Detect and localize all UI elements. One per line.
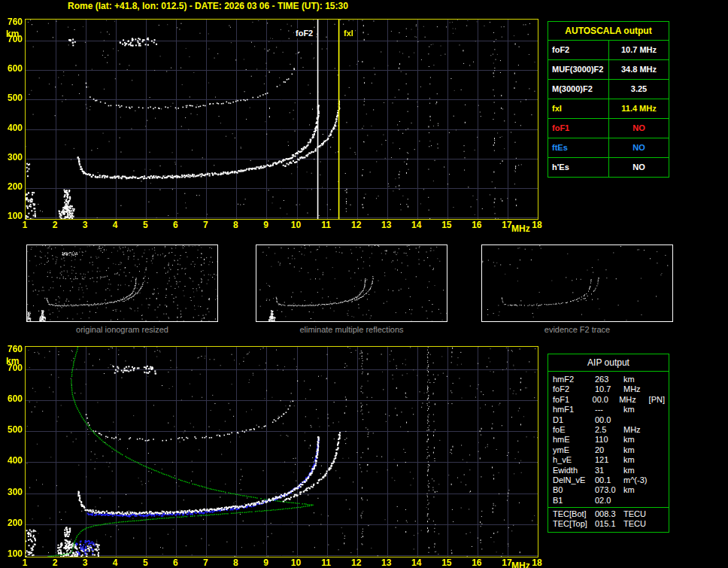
autoscala-param-label: ftEs <box>548 138 609 157</box>
y-tick-500-main: 500 <box>2 93 23 103</box>
aip-param-value: 110 <box>595 435 623 445</box>
autoscala-row-foF1: foF1NO <box>548 119 669 138</box>
autoscala-row-MUF(3000)F2: MUF(3000)F234.8 MHz <box>548 60 669 80</box>
autoscala-table-title: AUTOSCALA output <box>548 22 669 41</box>
y-tick-300-profile: 300 <box>2 488 23 497</box>
y-tick-700-main: 700 <box>2 35 23 44</box>
main-ionogram-canvas <box>26 20 538 219</box>
aip-row-B0: B0073.0km <box>553 485 665 495</box>
thumbnail-caption-original: original ionogram resized <box>26 325 218 334</box>
autoscala-param-value: 11.4 MHz <box>609 99 669 118</box>
autoscala-param-label: M(3000)F2 <box>548 80 609 99</box>
x-tick-7-main: 7 <box>197 220 214 230</box>
x-tick-5-main: 5 <box>137 220 153 230</box>
autoscala-param-value: NO <box>609 158 669 177</box>
aip-param-note: [PN] <box>649 395 665 405</box>
autoscala-param-label: MUF(3000)F2 <box>548 60 609 79</box>
aip-param-name: hmE <box>553 435 595 445</box>
x-tick-12-profile: 12 <box>348 558 365 568</box>
aip-param-unit: MHz <box>623 384 655 394</box>
aip-row-h_vE: h_vE121km <box>553 455 665 465</box>
autoscala-param-value: 3.25 <box>609 80 669 99</box>
aip-row-Ewidth: Ewidth31km <box>553 466 665 475</box>
aip-param-unit: km <box>623 445 655 455</box>
x-tick-11-profile: 11 <box>318 558 335 568</box>
x-tick-9-profile: 9 <box>257 558 274 568</box>
autoscala-rows: foF210.7 MHzMUF(3000)F234.8 MHzM(3000)F2… <box>548 41 669 177</box>
aip-param-name: foE <box>553 425 595 435</box>
fof2-marker-label: foF2 <box>294 29 314 38</box>
aip-param-name: TEC[Top] <box>553 519 595 529</box>
profile-ionogram-canvas <box>26 347 538 557</box>
autoscala-param-label: fxI <box>548 99 609 118</box>
aip-param-unit: km <box>623 485 655 495</box>
autoscala-param-value: NO <box>609 138 669 157</box>
aip-param-name: foF1 <box>553 395 593 405</box>
aip-param-name: foF2 <box>553 384 595 394</box>
aip-param-unit <box>623 496 655 506</box>
aip-row-TEC[Top]: TEC[Top]015.1TECU <box>553 519 665 529</box>
main-ionogram-plot: foF2 fxl <box>25 19 538 220</box>
aip-param-value: --- <box>595 405 623 415</box>
autoscala-row-fxI: fxI11.4 MHz <box>548 99 669 119</box>
x-tick-8-main: 8 <box>227 220 244 230</box>
aip-param-value: 20 <box>595 445 623 455</box>
aip-param-name: B0 <box>553 485 595 495</box>
x-tick-8-profile: 8 <box>227 558 244 568</box>
x-tick-15-profile: 15 <box>438 558 455 568</box>
y-tick-200-main: 200 <box>2 182 23 192</box>
thumbnail-evidence-canvas <box>482 245 672 321</box>
aip-param-name: Ewidth <box>553 466 595 475</box>
x-tick-1-main: 1 <box>17 220 33 230</box>
aip-param-unit: km <box>623 455 655 465</box>
thumbnail-caption-evidence: evidence F2 trace <box>481 325 673 334</box>
aip-rows: hmF2263kmfoF210.7MHzfoF100.0MHz[PN]hmF1-… <box>548 372 669 532</box>
autoscala-param-value: NO <box>609 119 669 138</box>
aip-row-foF1: foF100.0MHz[PN] <box>553 395 665 405</box>
x-tick-3-profile: 3 <box>77 558 93 568</box>
y-tick-400-profile: 400 <box>2 456 23 466</box>
x-tick-2-profile: 2 <box>47 558 63 568</box>
aip-param-value: 073.0 <box>595 485 623 495</box>
aip-param-value: 10.7 <box>595 384 623 394</box>
autoscala-param-value: 34.8 MHz <box>609 60 669 79</box>
aip-param-unit: MHz <box>619 395 648 405</box>
autoscala-param-label: foF1 <box>548 119 609 138</box>
x-tick-1-profile: 1 <box>17 558 33 568</box>
aip-param-name: TEC[Bot] <box>553 509 595 519</box>
autoscala-row-h'Es: h'EsNO <box>548 158 669 177</box>
y-tick-600-profile: 600 <box>2 394 23 404</box>
autoscala-param-label: foF2 <box>548 41 609 59</box>
aip-output-table: AIP output hmF2263kmfoF210.7MHzfoF100.0M… <box>548 354 669 533</box>
aip-row-hmE: hmE110km <box>553 435 665 445</box>
y-tick-500-profile: 500 <box>2 425 23 435</box>
x-tick-11-main: 11 <box>318 220 335 230</box>
aip-param-name: DelN_vE <box>553 475 595 485</box>
aip-param-value: 008.3 <box>595 509 623 519</box>
aip-param-name: hmF1 <box>553 405 595 415</box>
x-tick-4-main: 4 <box>107 220 123 230</box>
aip-table-title: AIP output <box>548 354 669 372</box>
thumbnail-eliminate-canvas <box>256 245 447 321</box>
aip-param-value: 02.0 <box>595 496 623 506</box>
aip-param-unit: km <box>623 405 655 415</box>
aip-param-value: 015.1 <box>595 519 623 529</box>
thumbnail-caption-eliminate: eliminate multiple reflections <box>256 325 447 334</box>
autoscala-param-value: 10.7 MHz <box>609 41 669 59</box>
x-tick-14-main: 14 <box>408 220 425 230</box>
aip-param-value: 00.0 <box>593 395 620 405</box>
aip-param-name: D1 <box>553 415 595 425</box>
aip-param-value: 00.0 <box>595 415 623 425</box>
y-tick-100-profile: 100 <box>2 549 23 559</box>
x-tick-16-profile: 16 <box>469 558 485 568</box>
thumbnail-eliminate-multiples <box>256 245 447 322</box>
x-tick-4-profile: 4 <box>107 558 123 568</box>
aip-param-unit: TECU <box>623 519 655 529</box>
aip-param-name: ymE <box>553 445 595 455</box>
x-tick-5-profile: 5 <box>137 558 153 568</box>
aip-param-unit: MHz <box>623 425 655 435</box>
aip-row-foF2: foF210.7MHz <box>553 384 665 394</box>
aip-param-value: 263 <box>595 375 623 384</box>
x-tick-16-main: 16 <box>469 220 485 230</box>
aip-param-value: 2.5 <box>595 425 623 435</box>
